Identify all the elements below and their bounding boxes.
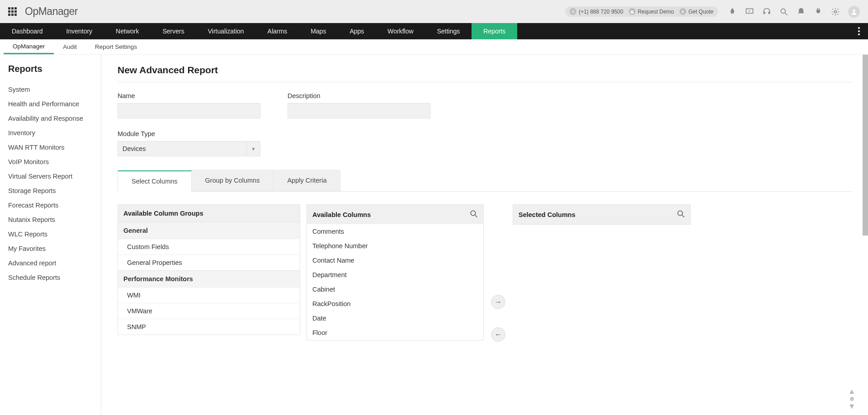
column-picker: Available Column Groups GeneralCustom Fi… (118, 204, 852, 342)
subnav-audit[interactable]: Audit (54, 39, 86, 54)
subnav-opmanager[interactable]: OpManager (4, 39, 54, 54)
transfer-buttons: → ← (491, 204, 505, 342)
presentation-icon[interactable] (745, 7, 754, 16)
sidebar-item-wlc-reports[interactable]: WLC Reports (8, 227, 93, 241)
name-label: Name (118, 92, 260, 99)
available-columns-header: Available Columns (312, 211, 371, 218)
scrollbar[interactable] (863, 55, 868, 236)
available-columns-panel: Available Columns CommentsTelephone Numb… (307, 204, 484, 340)
description-input[interactable] (288, 103, 430, 118)
group-head-general: General (118, 222, 300, 239)
move-left-button[interactable]: ← (491, 327, 505, 342)
nav-apps[interactable]: Apps (338, 23, 376, 39)
nav-virtualization[interactable]: Virtualization (196, 23, 256, 39)
column-cabinet[interactable]: Cabinet (307, 282, 483, 297)
headset-icon[interactable] (762, 7, 771, 16)
move-right-button[interactable]: → (491, 295, 505, 309)
nav-maps[interactable]: Maps (299, 23, 338, 39)
sidebar-item-voip-monitors[interactable]: VoIP Monitors (8, 155, 93, 169)
form-row-1: Name Description (118, 92, 852, 118)
request-demo-text: Request Demo (638, 9, 674, 15)
group-item-custom-fields[interactable]: Custom Fields (118, 239, 300, 255)
sidebar-item-system[interactable]: System (8, 82, 93, 97)
sidebar-item-nutanix-reports[interactable]: Nutanix Reports (8, 212, 93, 227)
tab-group-by-columns[interactable]: Group by Columns (191, 170, 274, 191)
tabs: Select ColumnsGroup by ColumnsApply Crit… (118, 170, 852, 192)
tab-select-columns[interactable]: Select Columns (118, 170, 192, 192)
rocket-icon[interactable] (728, 7, 737, 16)
search-icon[interactable] (779, 7, 788, 16)
sidebar-item-inventory[interactable]: Inventory (8, 126, 93, 140)
main: New Advanced Report Name Description Mod… (101, 55, 868, 415)
available-groups-header: Available Column Groups (118, 205, 300, 222)
avatar[interactable] (848, 6, 860, 18)
sidebar-item-forecast-reports[interactable]: Forecast Reports (8, 198, 93, 212)
available-columns-search-icon[interactable] (470, 210, 478, 219)
svg-point-3 (835, 10, 837, 13)
nav-workflow[interactable]: Workflow (376, 23, 425, 39)
group-item-snmp[interactable]: SNMP (118, 319, 300, 335)
sidebar-item-storage-reports[interactable]: Storage Reports (8, 184, 93, 198)
module-type-value: Devices (118, 145, 246, 152)
demo-icon: ▣ (629, 8, 636, 15)
module-type-select[interactable]: Devices ▼ (118, 141, 260, 156)
tab-apply-criteria[interactable]: Apply Criteria (273, 170, 340, 191)
group-head-performance-monitors: Performance Monitors (118, 270, 300, 287)
sidebar-item-my-favorites[interactable]: My Favorites (8, 241, 93, 256)
sidebar-item-virtual-servers-report[interactable]: Virtual Servers Report (8, 169, 93, 184)
sidebar-title: Reports (8, 64, 93, 74)
description-group: Description (288, 92, 430, 118)
scroll-arrows[interactable]: ▲ ▼ (848, 387, 855, 410)
selected-columns-search-icon[interactable] (677, 210, 685, 219)
description-label: Description (288, 92, 430, 99)
nav-network[interactable]: Network (104, 23, 151, 39)
nav-servers[interactable]: Servers (151, 23, 196, 39)
nav-dashboard[interactable]: Dashboard (0, 23, 55, 39)
sidebar-item-wan-rtt-monitors[interactable]: WAN RTT Monitors (8, 140, 93, 155)
column-telephone-number[interactable]: Telephone Number (307, 239, 483, 253)
request-demo-link[interactable]: ▣ Request Demo (629, 8, 674, 15)
group-item-vmware[interactable]: VMWare (118, 303, 300, 319)
phone-text: (+1) 888 720 9500 (579, 9, 623, 15)
column-floor[interactable]: Floor (307, 325, 483, 340)
page-title: New Advanced Report (118, 65, 852, 75)
scroll-up-icon: ▲ (848, 387, 855, 396)
sidebar-item-health-and-performance[interactable]: Health and Performance (8, 97, 93, 111)
nav-alarms[interactable]: Alarms (256, 23, 299, 39)
svg-point-5 (471, 211, 476, 216)
name-input[interactable] (118, 103, 260, 118)
column-date[interactable]: Date (307, 311, 483, 325)
gear-icon[interactable] (831, 7, 840, 16)
plug-icon[interactable] (814, 7, 823, 16)
phone-link[interactable]: ✆ (+1) 888 720 9500 (570, 8, 623, 15)
sidebar: Reports SystemHealth and PerformanceAvai… (0, 55, 101, 415)
sidebar-item-availability-and-response[interactable]: Availability and Response (8, 111, 93, 126)
nav-inventory[interactable]: Inventory (55, 23, 104, 39)
column-department[interactable]: Department (307, 268, 483, 282)
top-icons (728, 6, 860, 18)
column-contact-name[interactable]: Contact Name (307, 253, 483, 268)
sidebar-item-schedule-reports[interactable]: Schedule Reports (8, 270, 93, 285)
svg-line-6 (475, 215, 477, 217)
sidebar-item-advanced-report[interactable]: Advanced report (8, 256, 93, 270)
get-quote-link[interactable]: $ Get Quote (679, 8, 713, 15)
apps-grid-icon[interactable] (8, 7, 17, 16)
column-rackposition[interactable]: RackPosition (307, 297, 483, 311)
nav-settings[interactable]: Settings (425, 23, 472, 39)
subnav-report-settings[interactable]: Report Settings (86, 39, 146, 54)
svg-line-8 (682, 215, 684, 217)
scroll-down-icon: ▼ (848, 402, 855, 410)
divider (118, 82, 852, 82)
svg-point-1 (781, 9, 785, 13)
group-item-wmi[interactable]: WMI (118, 287, 300, 303)
mainnav-more[interactable] (850, 23, 868, 39)
bell-icon[interactable] (797, 7, 806, 16)
svg-point-4 (853, 9, 855, 11)
chevron-down-icon: ▼ (246, 141, 260, 156)
selected-columns-header: Selected Columns (519, 211, 576, 218)
selected-columns-panel: Selected Columns (513, 204, 691, 225)
name-group: Name (118, 92, 260, 118)
group-item-general-properties[interactable]: General Properties (118, 255, 300, 270)
nav-reports[interactable]: Reports (472, 23, 517, 39)
column-comments[interactable]: Comments (307, 224, 483, 239)
